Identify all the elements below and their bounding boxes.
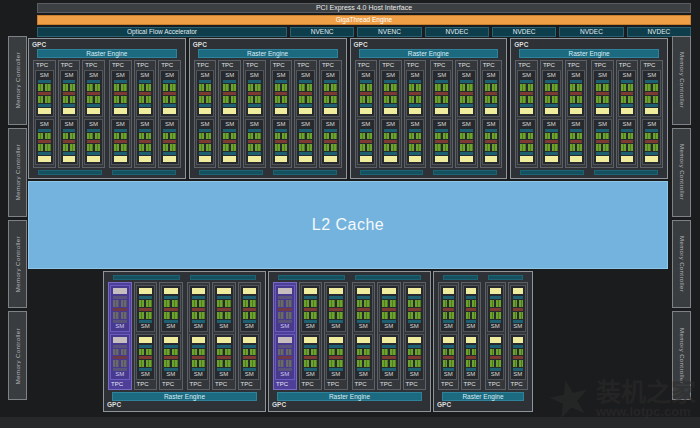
core-cell	[496, 312, 500, 319]
core-cell	[282, 144, 287, 151]
sm-register-file-bar	[485, 108, 498, 114]
core-cell	[645, 144, 650, 151]
sm-block-disabled: SM	[110, 285, 130, 332]
sm-register-file-bar	[199, 108, 212, 114]
core-cell	[513, 300, 517, 307]
sm-register-file-bar	[382, 288, 396, 294]
tpc-column: TPCSMSM	[352, 282, 376, 390]
sm-label: SM	[409, 121, 422, 128]
tpc-pair-bar	[433, 170, 497, 175]
core-cell	[163, 96, 168, 103]
core-cell	[250, 360, 256, 367]
sm-register-file-bar	[329, 288, 343, 294]
tpc-column: TPCSMSM	[294, 60, 317, 168]
sm-block: SM	[517, 70, 536, 117]
sm-core-grid	[490, 300, 501, 307]
tpc-label: TPC	[245, 62, 264, 69]
sm-register-file-bar	[520, 108, 533, 114]
sm-label: SM	[596, 121, 609, 128]
sm-texture-bar	[513, 296, 524, 299]
sm-core-grid	[324, 84, 337, 91]
sm-core-grid	[329, 300, 343, 307]
sm-instruction-cache-bar	[520, 129, 533, 132]
sm-register-file-bar	[490, 337, 501, 343]
sm-texture-bar	[139, 345, 153, 348]
sm-texture-bar	[360, 152, 373, 155]
sm-core-grid	[38, 144, 51, 151]
sm-texture-bar	[520, 104, 533, 107]
tpc-column: TPCSMSM	[455, 60, 478, 168]
sm-register-file-bar	[248, 108, 261, 114]
sm-block: SM	[432, 119, 451, 166]
sm-tensor-bar	[485, 140, 498, 143]
sm-register-file-bar	[513, 337, 524, 343]
core-cell	[87, 144, 92, 151]
sm-core-grid	[545, 133, 558, 140]
tpc-label: TPC	[35, 62, 54, 69]
core-cell	[364, 300, 370, 307]
sm-texture-bar	[38, 152, 51, 155]
core-cell	[621, 96, 626, 103]
tpc-column: TPCSMSM	[243, 60, 266, 168]
core-cell	[382, 349, 388, 356]
core-cell	[577, 144, 582, 151]
sm-core-grid	[38, 96, 51, 103]
core-cell	[367, 133, 372, 140]
core-cell	[467, 96, 472, 103]
core-cell	[520, 133, 525, 140]
sm-instruction-cache-bar	[645, 129, 658, 132]
core-cell	[384, 133, 389, 140]
sm-register-file-bar	[409, 156, 422, 162]
core-cell	[653, 84, 658, 91]
sm-register-file-bar	[384, 156, 397, 162]
sm-block: SM	[593, 70, 612, 117]
core-cell	[114, 144, 119, 151]
core-cell	[443, 96, 448, 103]
sm-register-file-bar	[621, 156, 634, 162]
tpc-label: TPC	[357, 62, 376, 69]
sm-texture-bar	[645, 152, 658, 155]
core-cell	[286, 349, 292, 356]
sm-texture-bar	[163, 152, 176, 155]
sm-core-grid	[304, 349, 318, 356]
sm-label: SM	[304, 323, 318, 330]
sm-register-file-bar	[243, 337, 257, 343]
sm-instruction-cache-bar	[621, 80, 634, 83]
sm-block: SM	[240, 285, 260, 332]
core-cell	[95, 96, 100, 103]
sm-instruction-cache-bar	[63, 80, 76, 83]
core-cell	[391, 96, 396, 103]
core-cell	[63, 84, 68, 91]
nvdec-unit: NVDEC	[559, 27, 623, 37]
sm-tensor-bar	[513, 356, 524, 359]
core-cell	[603, 133, 608, 140]
core-cell	[324, 133, 329, 140]
tpc-column: TPCSMSM	[515, 60, 538, 168]
sm-label: SM	[357, 371, 371, 378]
sm-core-grid	[243, 349, 257, 356]
sm-label: SM	[443, 323, 454, 330]
core-cell	[139, 133, 144, 140]
sm-label: SM	[243, 371, 257, 378]
sm-core-grid	[596, 133, 609, 140]
sm-texture-bar	[278, 345, 292, 348]
core-cell	[603, 96, 608, 103]
tpc-label: TPC	[326, 381, 346, 388]
core-cell	[206, 133, 211, 140]
sm-label: SM	[435, 121, 448, 128]
memory-controller-right-4: Memory Controller	[672, 311, 691, 400]
sm-tensor-bar	[114, 92, 127, 95]
tpc-pair-bars	[520, 170, 658, 175]
core-cell	[360, 144, 365, 151]
sm-texture-bar	[243, 296, 257, 299]
core-cell	[628, 84, 633, 91]
core-cell	[415, 360, 421, 367]
sm-core-grid	[545, 96, 558, 103]
sm-label: SM	[63, 121, 76, 128]
gpc-block: GPCRaster EngineTPCSMSMTPCSMSMTPCSMSMTPC…	[510, 38, 668, 179]
core-cell	[70, 84, 75, 91]
core-cell	[286, 312, 292, 319]
sm-core-grid	[443, 300, 454, 307]
sm-texture-bar	[409, 152, 422, 155]
tpc-column: TPCSMSM	[430, 60, 453, 168]
